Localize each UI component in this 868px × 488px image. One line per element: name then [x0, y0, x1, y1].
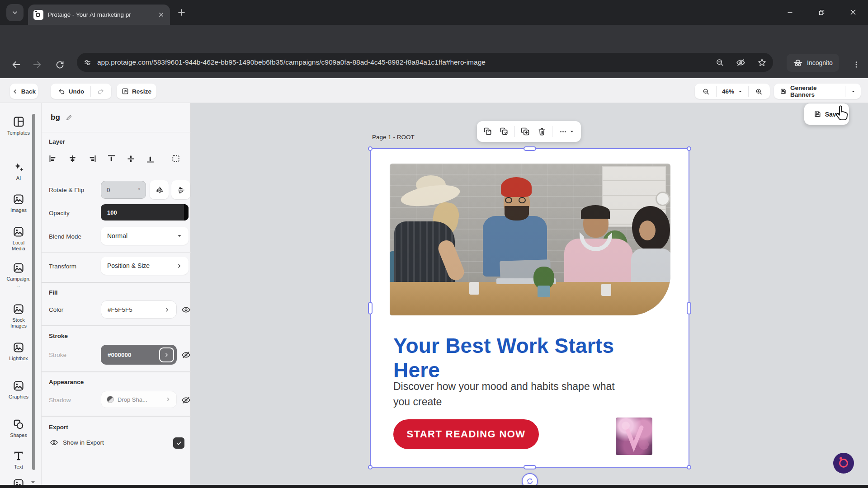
delete-button[interactable] [533, 123, 550, 140]
back-nav-icon[interactable] [9, 57, 24, 72]
fill-color-picker[interactable]: #F5F5F5 [101, 300, 177, 319]
page-label[interactable]: Page 1 - ROOT [372, 134, 415, 141]
blend-mode-select[interactable]: Normal [101, 227, 189, 245]
selection-handle-bottom-right[interactable] [687, 465, 691, 469]
rotation-input[interactable]: 0 ° [101, 181, 146, 199]
back-button[interactable]: Back [10, 84, 38, 99]
forward-nav-icon[interactable] [30, 57, 44, 72]
product-image[interactable] [616, 418, 652, 455]
align-bottom-button[interactable] [143, 152, 157, 165]
generate-banners-button[interactable]: Generate Banners [774, 84, 845, 98]
shadow-picker[interactable]: Drop Sha... [101, 391, 177, 408]
selection-handle-top-right[interactable] [687, 146, 691, 151]
sidebar-item-ai[interactable]: AI [3, 161, 34, 181]
bring-forward-button[interactable] [480, 123, 496, 140]
templates-icon [13, 116, 25, 128]
cta-button[interactable]: START READING NOW [393, 419, 539, 449]
duplicate-button[interactable] [517, 123, 533, 140]
tab-search-chevron-button[interactable] [6, 4, 24, 21]
sidebar-item-campaigns[interactable]: Campaign... [3, 262, 34, 288]
protaige-fab-button[interactable] [833, 453, 854, 474]
sidebar-item-local-media[interactable]: Local Media [3, 226, 34, 252]
fill-visibility-toggle[interactable] [179, 303, 192, 316]
body-text[interactable]: Discover how your mood and habits shape … [393, 379, 619, 409]
selection-handle-bottom-left[interactable] [368, 465, 373, 469]
window-minimize-button[interactable] [783, 5, 797, 19]
product-art [616, 418, 652, 455]
align-right-button[interactable] [85, 152, 99, 165]
selection-handle-top-left[interactable] [368, 146, 373, 151]
browser-tab-strip: Protaigé - Your AI marketing pr [0, 0, 868, 25]
incognito-badge: Incognito [787, 54, 839, 72]
more-options-button[interactable] [555, 123, 578, 140]
shadow-visibility-toggle[interactable] [179, 394, 192, 406]
selection-handle-right[interactable] [687, 302, 691, 314]
align-middle-vertical-button[interactable] [124, 152, 137, 165]
show-in-export-checkbox[interactable] [173, 437, 184, 449]
zoom-out-button[interactable] [696, 83, 716, 99]
new-tab-button[interactable] [177, 8, 186, 17]
stroke-color-picker[interactable]: #000000 [101, 345, 177, 365]
shadow-swatch-icon [107, 396, 114, 403]
edit-pencil-icon[interactable] [66, 114, 73, 121]
headline-text[interactable]: Your Best Work Starts Here [393, 333, 656, 383]
send-backward-button[interactable] [496, 123, 512, 140]
sidebar-scrollbar[interactable] [32, 114, 35, 470]
fill-section-title: Fill [49, 289, 58, 296]
editor-header: Back Undo Resize Key Visual Editor 46% [0, 78, 868, 103]
sidebar-item-shapes[interactable]: Shapes [3, 418, 34, 438]
flip-horizontal-button[interactable] [150, 180, 169, 199]
hero-image[interactable] [390, 164, 670, 315]
preview-hidden-icon[interactable] [736, 58, 745, 67]
selection-handle-top[interactable] [524, 146, 536, 151]
align-left-button[interactable] [46, 152, 60, 165]
undo-button[interactable]: Undo [52, 88, 91, 95]
image-icon [13, 342, 24, 353]
chevron-down-icon [11, 9, 19, 16]
transform-button[interactable]: Position & Size [101, 257, 189, 275]
sidebar-item-stock-images[interactable]: Stock Images [3, 303, 34, 329]
sidebar-item-templates[interactable]: Templates [3, 116, 34, 136]
selection-handle-left[interactable] [368, 302, 373, 314]
window-close-button[interactable] [846, 5, 860, 19]
zoom-indicator-icon[interactable] [715, 58, 724, 67]
select-bounds-button[interactable] [169, 152, 183, 165]
browser-menu-icon[interactable] [849, 57, 863, 72]
undo-icon [58, 88, 66, 95]
site-settings-icon[interactable] [83, 58, 92, 67]
align-center-horizontal-button[interactable] [66, 152, 79, 165]
redo-button[interactable] [91, 88, 110, 95]
canvas-area[interactable]: Page 1 - ROOT [191, 103, 868, 488]
zoom-level-dropdown[interactable]: 46% [717, 88, 748, 95]
redo-icon [97, 88, 104, 95]
url-text[interactable]: app.protaige.com/583f9601-944b-462e-bb95… [97, 58, 710, 66]
stroke-visibility-toggle[interactable] [179, 348, 192, 361]
sidebar-item-images[interactable]: Images [3, 193, 34, 213]
sidebar-scroll-down-icon[interactable] [30, 479, 36, 485]
save-disk-icon [814, 110, 821, 118]
resize-icon [122, 88, 129, 95]
sidebar-item-graphics[interactable]: Graphics [3, 380, 34, 400]
zoom-in-button[interactable] [749, 83, 769, 99]
check-icon [176, 440, 182, 446]
align-top-button[interactable] [104, 152, 118, 165]
flip-vertical-button[interactable] [171, 180, 190, 199]
chevron-down-icon [177, 233, 182, 239]
incognito-icon [793, 58, 803, 68]
tab-close-icon[interactable] [158, 11, 165, 18]
appearance-section-title: Appearance [49, 379, 84, 385]
text-icon [13, 450, 24, 462]
selection-handle-bottom[interactable] [524, 465, 536, 469]
undo-redo-group: Undo [51, 84, 111, 99]
window-restore-button[interactable] [815, 5, 828, 19]
artboard-page-1[interactable]: Your Best Work Starts Here Discover how … [371, 149, 689, 467]
url-bar[interactable]: app.protaige.com/583f9601-944b-462e-bb95… [77, 53, 773, 72]
browser-tab[interactable]: Protaigé - Your AI marketing pr [28, 5, 170, 25]
sidebar-item-lightbox[interactable]: Lightbox [3, 342, 34, 361]
sidebar-item-text[interactable]: Text [3, 450, 34, 470]
generate-menu-toggle[interactable] [845, 83, 861, 99]
opacity-slider[interactable]: 100 [101, 204, 189, 221]
bookmark-star-icon[interactable] [757, 58, 767, 67]
resize-button[interactable]: Resize [117, 84, 156, 99]
reload-icon[interactable] [52, 57, 67, 72]
